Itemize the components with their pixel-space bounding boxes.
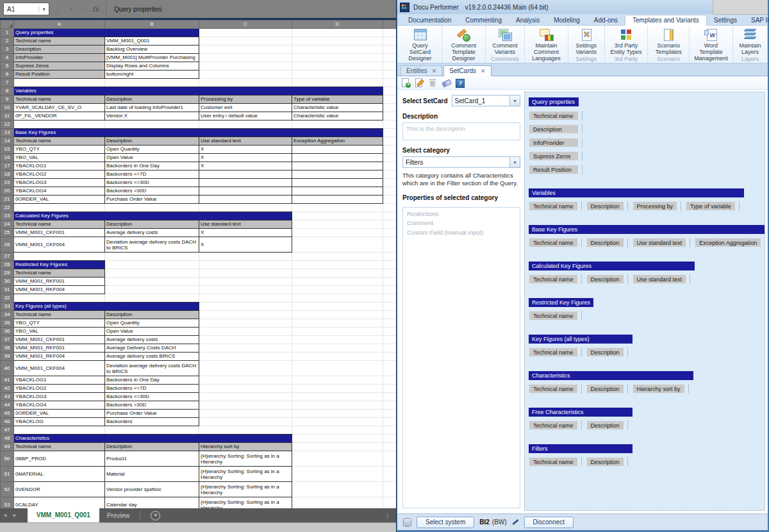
sheet-cell[interactable]: Calculated Key Figures bbox=[14, 212, 292, 220]
preview-section-header[interactable]: Variables bbox=[529, 188, 744, 197]
more-icon[interactable]: ⋮ bbox=[384, 512, 391, 519]
sheet-cell[interactable]: Characteristic value bbox=[292, 104, 383, 112]
sheet-cell[interactable] bbox=[383, 79, 397, 87]
sheet-cell[interactable]: Average delivery costs BRICS bbox=[105, 353, 199, 361]
close-icon[interactable]: ✕ bbox=[432, 68, 437, 74]
sheet-cell[interactable] bbox=[292, 410, 383, 418]
preview-section-header[interactable]: Calculated Key Figures bbox=[529, 262, 695, 270]
sheet-cell[interactable]: Average delivery costs bbox=[105, 336, 199, 344]
menu-tab[interactable]: SAP Integration bbox=[744, 15, 769, 25]
chevron-down-icon[interactable]: ▾ bbox=[38, 6, 49, 12]
help-icon[interactable] bbox=[454, 78, 465, 88]
preview-field-chip[interactable]: Description bbox=[586, 238, 624, 247]
sheet-cell[interactable]: VMM_M001_CKF001 bbox=[14, 229, 105, 237]
sheet-cell[interactable] bbox=[199, 319, 292, 328]
sheet-cell[interactable] bbox=[292, 451, 383, 467]
preview-field-chip[interactable]: Description bbox=[586, 457, 624, 467]
formula-input[interactable]: Query properties bbox=[112, 6, 396, 13]
row-header[interactable]: 36 bbox=[1, 328, 14, 336]
sheet-cell[interactable] bbox=[199, 29, 292, 37]
sheet-cell[interactable]: Backorders <=7D bbox=[105, 170, 199, 179]
row-header[interactable]: 24 bbox=[1, 220, 14, 229]
sheet-cell[interactable] bbox=[105, 204, 199, 212]
preview-field-chip[interactable]: Description bbox=[586, 384, 624, 394]
sheet-cell[interactable] bbox=[292, 393, 383, 401]
sheet-cell[interactable] bbox=[383, 294, 397, 303]
sheet-cell[interactable] bbox=[199, 121, 292, 129]
preview-field-chip[interactable]: Supress Zeros bbox=[529, 151, 579, 161]
ribbon-button[interactable]: Settings Variants bbox=[572, 28, 601, 55]
sheet-cell[interactable] bbox=[292, 154, 383, 162]
sheet-cell[interactable] bbox=[199, 353, 292, 361]
sheet-cell[interactable] bbox=[292, 311, 383, 319]
preview-field-chip[interactable]: Technical name bbox=[529, 384, 578, 394]
sheet-cell[interactable] bbox=[14, 294, 105, 303]
sheet-cell[interactable] bbox=[292, 385, 383, 393]
row-header[interactable]: 5 bbox=[1, 62, 14, 71]
sheet-cell[interactable]: YBACKLOG3 bbox=[14, 179, 105, 187]
sheet-cell[interactable] bbox=[383, 129, 397, 137]
sheet-cell[interactable] bbox=[105, 269, 199, 278]
sheet-cell[interactable] bbox=[383, 353, 397, 361]
preview-section-header[interactable]: Query properties bbox=[529, 97, 579, 106]
sheet-cell[interactable] bbox=[199, 278, 292, 286]
row-header[interactable]: 45 bbox=[1, 410, 14, 418]
sheet-cell[interactable]: Restricted Key Figures bbox=[14, 261, 105, 269]
row-header[interactable]: 18 bbox=[1, 170, 14, 179]
sheet-cell[interactable] bbox=[199, 393, 292, 401]
ribbon-button[interactable]: Maintain Layers bbox=[736, 28, 764, 55]
sheet-cell[interactable] bbox=[383, 46, 397, 54]
preview-field-chip[interactable]: Result Position bbox=[529, 165, 579, 174]
sheet-cell[interactable]: Supress Zeros bbox=[14, 62, 105, 71]
sheet-cell[interactable]: Hierarchy sort by bbox=[199, 443, 292, 451]
tab-scroll-right-icon[interactable]: ▶ bbox=[13, 513, 16, 518]
sheet-cell[interactable] bbox=[199, 336, 292, 344]
row-header[interactable]: 27 bbox=[1, 253, 14, 261]
preview-field-chip[interactable]: Technical name bbox=[529, 311, 578, 320]
sheet-cell[interactable] bbox=[105, 121, 199, 129]
row-header[interactable]: 53 bbox=[1, 497, 14, 509]
sheet-cell[interactable] bbox=[292, 482, 383, 497]
sheet-cell[interactable] bbox=[383, 418, 397, 426]
sheet-cell[interactable]: Customer exit bbox=[199, 104, 292, 112]
sheet-cell[interactable] bbox=[292, 269, 383, 278]
sheet-cell[interactable]: YBACKLOG1 bbox=[14, 376, 105, 385]
row-header[interactable]: 44 bbox=[1, 401, 14, 410]
sheet-cell[interactable] bbox=[199, 46, 292, 54]
cancel-icon[interactable]: ✕ bbox=[69, 6, 74, 13]
preview-field-chip[interactable]: Technical name bbox=[529, 347, 578, 357]
sheet-cell[interactable] bbox=[383, 361, 397, 376]
sheet-cell[interactable] bbox=[14, 79, 105, 87]
sheet-cell[interactable]: YBO_VAL bbox=[14, 154, 105, 162]
sheet-cell[interactable]: [VMM_M001] MultiProvider Purchasing bbox=[105, 54, 199, 62]
row-header[interactable]: 43 bbox=[1, 393, 14, 401]
sheet-cell[interactable] bbox=[199, 37, 292, 46]
sheet-cell[interactable] bbox=[199, 79, 292, 87]
sheet-cell[interactable]: User entry / default value bbox=[199, 112, 292, 121]
sheet-tab-active[interactable]: VMM_M001_Q001 bbox=[28, 508, 99, 522]
preview-section-header[interactable]: Characteristics bbox=[529, 371, 693, 380]
edit-icon[interactable] bbox=[414, 78, 424, 88]
row-header[interactable]: 34 bbox=[1, 311, 14, 319]
sheet-cell[interactable] bbox=[383, 311, 397, 319]
row-header[interactable]: 39 bbox=[1, 353, 14, 361]
sheet-cell[interactable] bbox=[199, 54, 292, 62]
sheet-cell[interactable]: Technical name bbox=[14, 137, 105, 145]
sheet-cell[interactable]: Description bbox=[105, 220, 199, 229]
sheet-cell[interactable] bbox=[383, 112, 397, 121]
sheet-cell[interactable] bbox=[383, 253, 397, 261]
sheet-cell[interactable] bbox=[292, 443, 383, 451]
sheet-cell[interactable] bbox=[383, 212, 397, 220]
category-select[interactable]: Filters ▼ bbox=[402, 156, 520, 168]
preview-field-chip[interactable]: Processing by bbox=[633, 201, 678, 211]
sheet-cell[interactable]: Exception Aggregation bbox=[292, 137, 383, 145]
sheet-cell[interactable] bbox=[383, 220, 397, 229]
sheet-cell[interactable] bbox=[383, 162, 397, 170]
sheet-cell[interactable]: Product1 bbox=[105, 451, 199, 467]
sheet-cell[interactable] bbox=[383, 336, 397, 344]
sheet-cell[interactable]: Average delivery costs bbox=[105, 229, 199, 237]
preview-field-chip[interactable]: Technical name bbox=[529, 201, 578, 211]
ribbon-button[interactable]: Maintain Comment Languages bbox=[528, 28, 565, 62]
sheet-cell[interactable]: Backorders bbox=[105, 418, 199, 426]
row-header[interactable]: 26 bbox=[1, 237, 14, 253]
